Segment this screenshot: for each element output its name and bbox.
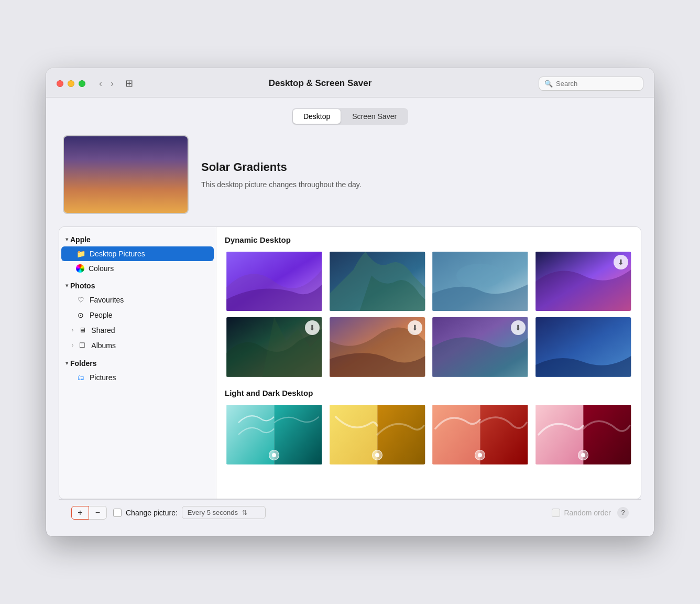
- main-content-area: Desktop Screen Saver Solar Gradients Thi…: [46, 98, 654, 536]
- sidebar: ▾ Apple 📁 Desktop Pictures Colours ▾ Pho…: [59, 227, 216, 499]
- chevron-down-icon: ▾: [65, 236, 68, 242]
- remove-button[interactable]: −: [89, 506, 107, 520]
- ld-indicator: [269, 450, 279, 460]
- wallpaper-item-ld[interactable]: [328, 404, 427, 466]
- main-window: ‹ › ⊞ Desktop & Screen Saver 🔍 Desktop S…: [46, 68, 654, 536]
- chevron-down-icon: ▾: [65, 360, 68, 366]
- sidebar-item-shared[interactable]: › 🖥 Shared: [61, 323, 214, 338]
- download-badge: ⬇: [511, 320, 526, 335]
- bottom-bar: + − Change picture: Every 5 seconds ⇅ Ra…: [59, 499, 641, 526]
- sidebar-item-colours[interactable]: Colours: [61, 262, 214, 275]
- sidebar-section-folders[interactable]: ▾ Folders: [59, 357, 216, 370]
- svg-rect-16: [583, 405, 631, 465]
- sidebar-section-apple[interactable]: ▾ Apple: [59, 233, 216, 246]
- sidebar-section-folders-label: Folders: [70, 359, 97, 368]
- pictures-folder-icon: 🗂: [76, 373, 85, 382]
- svg-point-3: [456, 263, 504, 287]
- svg-rect-10: [274, 405, 322, 465]
- change-picture-checkbox[interactable]: [113, 509, 122, 517]
- wallpaper-item[interactable]: [225, 251, 324, 312]
- preview-name: Solar Gradients: [201, 160, 362, 174]
- wallpaper-content: Dynamic Desktop: [216, 227, 641, 499]
- svg-rect-9: [226, 405, 274, 465]
- sidebar-item-pictures[interactable]: 🗂 Pictures: [61, 370, 214, 385]
- sidebar-item-favourites[interactable]: ♡ Favourites: [61, 293, 214, 307]
- stepper-icon: ⇅: [242, 509, 247, 516]
- light-dark-desktop-title: Light and Dark Desktop: [225, 389, 632, 397]
- preview-thumbnail: [63, 135, 189, 214]
- preview-gradient: [64, 136, 188, 213]
- change-picture-label: Change picture:: [126, 509, 178, 517]
- sidebar-item-shared-label: Shared: [91, 326, 115, 335]
- main-panel: ▾ Apple 📁 Desktop Pictures Colours ▾ Pho…: [59, 226, 641, 499]
- sidebar-item-favourites-label: Favourites: [90, 296, 124, 304]
- search-input[interactable]: [556, 80, 638, 88]
- sidebar-item-people-label: People: [90, 311, 113, 319]
- svg-rect-14: [480, 405, 528, 465]
- download-badge: ⬇: [614, 255, 628, 269]
- wallpaper-item[interactable]: [534, 316, 633, 378]
- tabs-group: Desktop Screen Saver: [292, 108, 408, 125]
- dynamic-desktop-grid: ⬇ ⬇: [225, 251, 632, 379]
- person-icon: ⊙: [76, 310, 85, 320]
- maximize-button[interactable]: [79, 80, 85, 87]
- sidebar-section-photos[interactable]: ▾ Photos: [59, 279, 216, 292]
- interval-value: Every 5 seconds: [188, 509, 238, 516]
- wallpaper-item[interactable]: ⬇: [431, 316, 530, 378]
- preview-info: Solar Gradients This desktop picture cha…: [201, 160, 362, 189]
- help-button[interactable]: ?: [617, 507, 629, 519]
- sidebar-item-albums-label: Albums: [91, 341, 116, 350]
- add-remove-buttons: + −: [71, 506, 107, 520]
- random-order-row: Random order: [552, 509, 611, 517]
- wallpaper-item-ld[interactable]: [431, 404, 530, 466]
- tabs-row: Desktop Screen Saver: [59, 108, 641, 125]
- wallpaper-item[interactable]: ⬇: [534, 251, 633, 312]
- sidebar-section-apple-label: Apple: [70, 235, 91, 244]
- tab-screensaver[interactable]: Screen Saver: [342, 109, 407, 124]
- wallpaper-item[interactable]: [431, 251, 530, 312]
- preview-description: This desktop picture changes throughout …: [201, 180, 362, 189]
- sidebar-item-desktop-pictures[interactable]: 📁 Desktop Pictures: [61, 246, 214, 261]
- search-box[interactable]: 🔍: [539, 77, 643, 91]
- svg-rect-15: [535, 405, 583, 465]
- ld-indicator: [372, 450, 382, 460]
- wallpaper-item[interactable]: [328, 251, 427, 312]
- sidebar-item-albums[interactable]: › ☐ Albums: [61, 338, 214, 353]
- sidebar-item-pictures-label: Pictures: [90, 373, 116, 382]
- album-icon: ☐: [78, 341, 87, 350]
- preview-section: Solar Gradients This desktop picture cha…: [59, 135, 641, 214]
- back-button[interactable]: ‹: [96, 77, 105, 90]
- wallpaper-item-ld[interactable]: [534, 404, 633, 466]
- shared-icon: 🖥: [78, 326, 87, 335]
- chevron-right-icon: ›: [72, 342, 73, 348]
- titlebar: ‹ › ⊞ Desktop & Screen Saver 🔍: [46, 68, 654, 98]
- interval-select[interactable]: Every 5 seconds ⇅: [182, 506, 266, 519]
- tab-desktop[interactable]: Desktop: [293, 109, 341, 124]
- light-dark-desktop-grid: [225, 404, 632, 466]
- sidebar-section-photos-label: Photos: [70, 282, 95, 290]
- search-icon: 🔍: [544, 80, 553, 88]
- minimize-button[interactable]: [68, 80, 74, 87]
- change-picture-row: Change picture: Every 5 seconds ⇅: [113, 506, 533, 519]
- dynamic-desktop-title: Dynamic Desktop: [225, 235, 632, 244]
- svg-rect-13: [432, 405, 480, 465]
- wallpaper-item[interactable]: ⬇: [225, 316, 324, 378]
- traffic-lights: [57, 80, 85, 87]
- wallpaper-item-ld[interactable]: [225, 404, 324, 466]
- add-button[interactable]: +: [71, 506, 89, 520]
- chevron-right-icon: ›: [72, 327, 73, 333]
- folder-icon: 📁: [76, 249, 85, 258]
- sidebar-item-colours-label: Colours: [89, 264, 114, 273]
- sidebar-item-people[interactable]: ⊙ People: [61, 308, 214, 322]
- heart-icon: ♡: [76, 295, 85, 305]
- random-order-checkbox[interactable]: [552, 509, 560, 517]
- ld-indicator: [578, 450, 588, 460]
- close-button[interactable]: [57, 80, 63, 87]
- svg-rect-12: [377, 405, 425, 465]
- random-order-label: Random order: [564, 509, 611, 517]
- wallpaper-item[interactable]: ⬇: [328, 316, 427, 378]
- chevron-down-icon: ▾: [65, 283, 68, 288]
- colour-wheel-icon: [76, 264, 84, 273]
- ld-indicator: [475, 450, 485, 460]
- download-badge: ⬇: [305, 320, 320, 335]
